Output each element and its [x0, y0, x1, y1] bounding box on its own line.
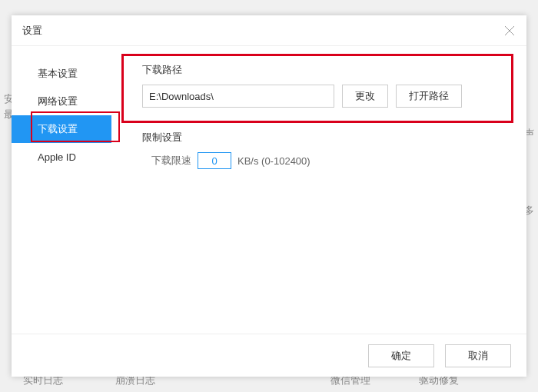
download-path-title: 下载路径: [142, 63, 503, 77]
content-pane: 下载路径 更改 打开路径 限制设置 下载限速 KB/s (0-102400): [111, 46, 526, 334]
speed-label: 下载限速: [151, 154, 191, 168]
limit-title: 限制设置: [142, 131, 503, 145]
ok-button[interactable]: 确定: [368, 344, 434, 367]
speed-unit-hint: KB/s (0-102400): [237, 155, 311, 167]
sidebar-item-label: 下载设置: [38, 122, 78, 136]
close-icon[interactable]: [503, 25, 516, 37]
dialog-body: 基本设置 网络设置 下载设置 Apple ID 下载路径 更改 打开路径: [12, 46, 526, 334]
settings-dialog: 设置 基本设置 网络设置 下载设置 Apple ID 下载路径: [12, 15, 526, 377]
change-path-button[interactable]: 更改: [342, 85, 388, 108]
download-path-section: 下载路径 更改 打开路径: [142, 63, 503, 108]
sidebar-item-label: 网络设置: [38, 95, 78, 108]
dialog-title: 设置: [22, 24, 42, 38]
sidebar-item-label: 基本设置: [38, 67, 78, 81]
sidebar: 基本设置 网络设置 下载设置 Apple ID: [12, 46, 111, 334]
dialog-header: 设置: [12, 15, 526, 46]
limit-row: 下载限速 KB/s (0-102400): [142, 152, 503, 169]
sidebar-item-download[interactable]: 下载设置: [12, 115, 111, 143]
dialog-footer: 确定 取消: [12, 334, 526, 377]
sidebar-item-network[interactable]: 网络设置: [12, 88, 111, 115]
limit-section: 限制设置 下载限速 KB/s (0-102400): [142, 131, 503, 169]
sidebar-item-basic[interactable]: 基本设置: [12, 60, 111, 88]
download-path-input[interactable]: [142, 85, 334, 108]
cancel-button[interactable]: 取消: [445, 344, 511, 367]
sidebar-item-appleid[interactable]: Apple ID: [12, 143, 111, 171]
sidebar-item-label: Apple ID: [38, 151, 76, 163]
download-path-row: 更改 打开路径: [142, 85, 503, 108]
speed-input[interactable]: [198, 152, 231, 169]
open-path-button[interactable]: 打开路径: [396, 85, 462, 108]
